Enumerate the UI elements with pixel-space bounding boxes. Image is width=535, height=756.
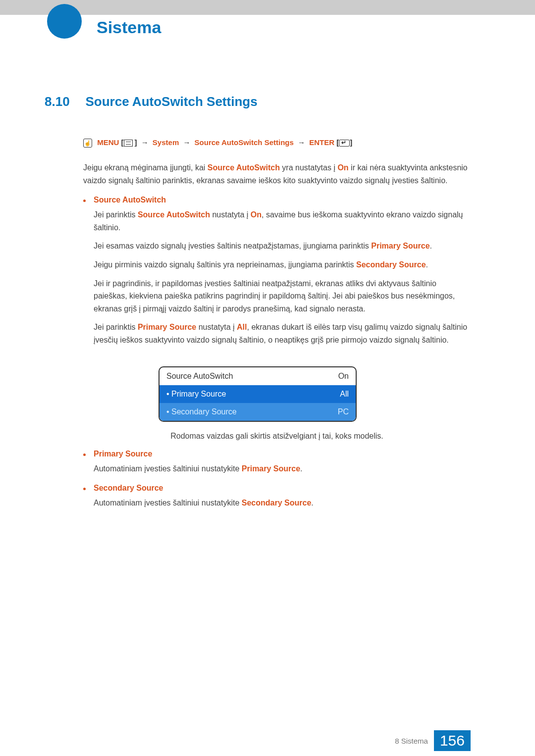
- osd-menu: Source AutoSwitch On • Primary Source Al…: [159, 366, 357, 422]
- menu-path: ☝ MENU [] → System → Source AutoSwitch S…: [83, 138, 471, 148]
- text-highlight: Primary Source: [371, 242, 429, 250]
- text-fragment: yra nustatytas į: [280, 163, 338, 172]
- text-paragraph: Jei ir pagrindinis, ir papildomas įvesti…: [94, 277, 471, 315]
- osd-label: • Secondary Source: [166, 407, 237, 416]
- osd-label: Source AutoSwitch: [166, 372, 233, 381]
- text-highlight: Primary Source: [242, 464, 300, 473]
- chapter-tab-circle: [47, 4, 82, 39]
- page-footer: 8 Sistema 156: [0, 731, 535, 756]
- remote-icon: ☝: [83, 139, 92, 148]
- text-fragment: .: [426, 260, 428, 269]
- bullet-body: Jei parinktis Source AutoSwitch nustatyt…: [94, 208, 471, 346]
- text-fragment: .: [311, 499, 313, 507]
- enter-label: ENTER: [309, 138, 334, 147]
- bullet-secondary-source: Secondary Source: [83, 484, 471, 493]
- bullet-icon: [83, 200, 86, 202]
- text-highlight: All: [237, 323, 247, 331]
- text-highlight: Secondary Source: [356, 260, 426, 269]
- footer-chapter-label: 8 Sistema: [395, 737, 428, 745]
- bullet-primary-source: Primary Source: [83, 450, 471, 458]
- bullet-title: Secondary Source: [94, 484, 163, 493]
- bullet-body: Automatiniam įvesties šaltiniui nustatyk…: [94, 497, 471, 509]
- text-fragment: Jei parinktis: [94, 210, 138, 219]
- menu-label: MENU: [97, 138, 119, 147]
- bullet-title: Primary Source: [94, 450, 152, 458]
- text-highlight: On: [251, 210, 262, 219]
- osd-value: All: [340, 390, 349, 399]
- enter-button-icon: [339, 140, 350, 147]
- text-highlight: On: [337, 163, 348, 172]
- page-content: 8.10 Source AutoSwitch Settings ☝ MENU […: [45, 94, 471, 515]
- text-fragment: Automatiniam įvesties šaltiniui nustatyk…: [94, 464, 242, 473]
- chapter-title: Sistema: [97, 18, 166, 37]
- bullet-icon: [83, 488, 86, 490]
- section-number: 8.10: [45, 94, 83, 109]
- osd-value: On: [338, 372, 349, 381]
- bullet-source-autoswitch: Source AutoSwitch: [83, 196, 471, 204]
- osd-row-source-autoswitch: Source AutoSwitch On: [160, 367, 356, 385]
- text-fragment: Jei parinktis: [94, 323, 138, 331]
- osd-row-secondary-source: • Secondary Source PC: [160, 403, 356, 421]
- text-highlight: Secondary Source: [242, 499, 312, 507]
- osd-value: PC: [338, 407, 349, 416]
- top-bar: [0, 0, 535, 15]
- intro-paragraph: Jeigu ekraną mėginama įjungti, kai Sourc…: [83, 161, 471, 187]
- bullet-icon: [83, 454, 86, 456]
- text-fragment: Automatiniam įvesties šaltiniui nustatyk…: [94, 499, 242, 507]
- menu-button-icon: [124, 140, 133, 147]
- osd-caption: Rodomas vaizdas gali skirtis atsižvelgia…: [83, 432, 471, 441]
- text-fragment: .: [430, 242, 432, 250]
- section-heading: 8.10 Source AutoSwitch Settings: [45, 94, 471, 109]
- bullet-body: Automatiniam įvesties šaltiniui nustatyk…: [94, 462, 471, 475]
- path-system: System: [153, 138, 179, 147]
- text-fragment: Jeigu pirminis vaizdo signalų šaltinis y…: [94, 260, 356, 269]
- text-fragment: Jei esamas vaizdo signalų įvesties šalti…: [94, 242, 371, 250]
- bullet-title: Source AutoSwitch: [94, 196, 166, 204]
- text-fragment: Jeigu ekraną mėginama įjungti, kai: [83, 163, 208, 172]
- osd-row-primary-source: • Primary Source All: [160, 385, 356, 403]
- path-settings: Source AutoSwitch Settings: [195, 138, 294, 147]
- text-highlight: Primary Source: [138, 323, 196, 331]
- text-highlight: Source AutoSwitch: [208, 163, 280, 172]
- text-fragment: .: [300, 464, 302, 473]
- text-fragment: nustatyta į: [210, 210, 251, 219]
- text-highlight: Source AutoSwitch: [138, 210, 210, 219]
- page-number: 156: [434, 730, 471, 751]
- osd-label: • Primary Source: [166, 390, 226, 399]
- section-title: Source AutoSwitch Settings: [85, 94, 257, 109]
- text-fragment: nustatyta į: [196, 323, 237, 331]
